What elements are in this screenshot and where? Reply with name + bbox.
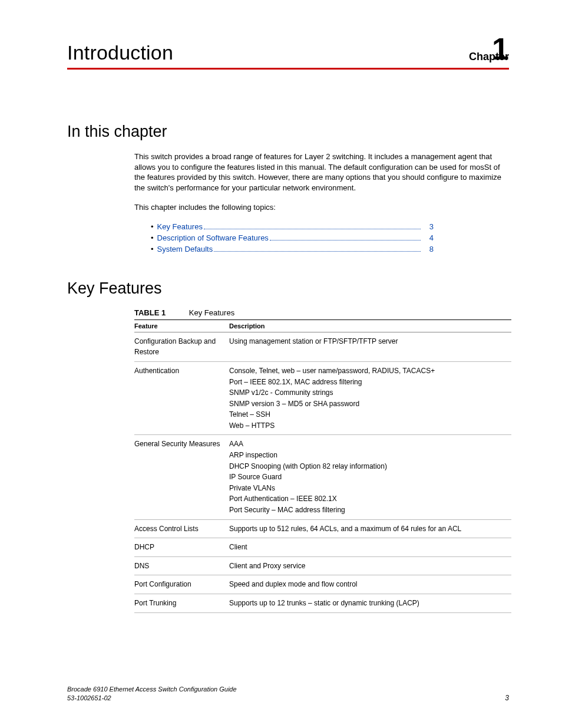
page-footer: Brocade 6910 Ethernet Access Switch Conf… — [67, 685, 509, 702]
table-caption: TABLE 1 Key Features — [134, 308, 509, 317]
table-row: Port TrunkingSupports up to 12 trunks – … — [134, 594, 511, 613]
feature-cell: General Security Measures — [134, 435, 229, 519]
description-cell: Client — [229, 538, 511, 557]
toc-leader-dots — [270, 233, 421, 240]
footer-doc-info: Brocade 6910 Ethernet Access Switch Conf… — [67, 685, 237, 702]
toc-page-number: 4 — [423, 233, 434, 242]
feature-cell: DNS — [134, 556, 229, 575]
toc-leader-dots — [204, 222, 421, 229]
chapter-title-row: Introduction 1 — [67, 35, 509, 70]
chapter-toc: • Key Features 3 • Description of Softwa… — [151, 222, 509, 253]
column-header-feature: Feature — [134, 319, 229, 332]
toc-leader-dots — [214, 245, 421, 251]
toc-label: System Defaults — [157, 245, 213, 253]
section-heading-in-this-chapter: In this chapter — [67, 123, 509, 141]
feature-cell: Configuration Backup and Restore — [134, 332, 229, 361]
page: Chapter Introduction 1 In this chapter T… — [0, 0, 562, 728]
feature-cell: Access Control Lists — [134, 519, 229, 538]
footer-page-number: 3 — [505, 694, 509, 702]
toc-label: Key Features — [157, 222, 203, 231]
table-row: AuthenticationConsole, Telnet, web – use… — [134, 361, 511, 435]
table-row: DHCPClient — [134, 538, 511, 557]
table-row: Configuration Backup and RestoreUsing ma… — [134, 332, 511, 361]
description-cell: Supports up to 12 trunks – static or dyn… — [229, 594, 511, 613]
bullet-icon: • — [151, 245, 154, 253]
section-body-in-this-chapter: This switch provides a broad range of fe… — [134, 151, 509, 213]
description-cell: AAAARP inspectionDHCP Snooping (with Opt… — [229, 435, 511, 519]
table-row: Port ConfigurationSpeed and duplex mode … — [134, 575, 511, 594]
feature-cell: Port Trunking — [134, 594, 229, 613]
feature-cell: Port Configuration — [134, 575, 229, 594]
chapter-title: Introduction — [67, 41, 173, 64]
feature-cell: DHCP — [134, 538, 229, 557]
description-cell: Console, Telnet, web – user name/passwor… — [229, 361, 511, 435]
toc-entry[interactable]: • Key Features 3 — [151, 222, 434, 231]
intro-paragraph-1: This switch provides a broad range of fe… — [134, 151, 509, 193]
table-title: Key Features — [189, 308, 234, 317]
feature-cell: Authentication — [134, 361, 229, 435]
description-cell: Speed and duplex mode and flow control — [229, 575, 511, 594]
description-cell: Supports up to 512 rules, 64 ACLs, and a… — [229, 519, 511, 538]
table-number: TABLE 1 — [134, 308, 166, 317]
bullet-icon: • — [151, 222, 154, 231]
toc-page-number: 8 — [423, 245, 434, 253]
key-features-table: Feature Description Configuration Backup… — [134, 319, 511, 613]
footer-doc-number: 53-1002651-02 — [67, 694, 111, 701]
chapter-number: 1 — [492, 34, 509, 64]
section-body-key-features: TABLE 1 Key Features Feature Description… — [134, 308, 509, 613]
toc-entry[interactable]: • Description of Software Features 4 — [151, 233, 434, 242]
description-cell: Client and Proxy service — [229, 556, 511, 575]
section-heading-key-features: Key Features — [67, 279, 509, 298]
table-row: DNSClient and Proxy service — [134, 556, 511, 575]
intro-paragraph-2: This chapter includes the following topi… — [134, 202, 509, 213]
footer-doc-title: Brocade 6910 Ethernet Access Switch Conf… — [67, 686, 237, 693]
description-cell: Using management station or FTP/SFTP/TFT… — [229, 332, 511, 361]
bullet-icon: • — [151, 233, 154, 242]
column-header-description: Description — [229, 319, 511, 332]
toc-page-number: 3 — [423, 222, 434, 231]
toc-entry[interactable]: • System Defaults 8 — [151, 245, 434, 253]
table-row: General Security MeasuresAAAARP inspecti… — [134, 435, 511, 519]
table-row: Access Control ListsSupports up to 512 r… — [134, 519, 511, 538]
toc-label: Description of Software Features — [157, 233, 269, 242]
